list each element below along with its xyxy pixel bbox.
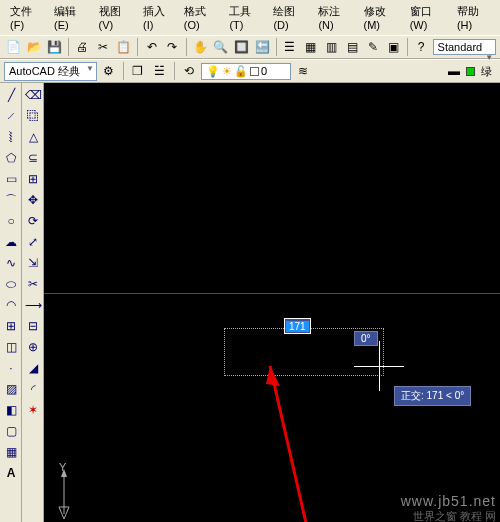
layer-match-icon[interactable]: ≋ [293,61,313,81]
layer-name: 0 [261,65,267,77]
menu-annotate[interactable]: 标注(N) [312,2,357,33]
ortho-tooltip: 正交: 171 < 0° [394,386,471,406]
chamfer-icon[interactable]: ◢ [23,358,43,378]
join-icon[interactable]: ⊕ [23,337,43,357]
red-guide-line [44,293,500,294]
stretch-icon[interactable]: ⇲ [23,253,43,273]
hatch-icon[interactable]: ▨ [1,379,21,399]
separator [407,38,408,56]
separator [174,62,175,80]
design-center-icon[interactable]: ▦ [301,37,320,57]
layer-previous-icon[interactable]: ⟲ [179,61,199,81]
draw-toolbar: ╱ ⟋ ⦚ ⬠ ▭ ⌒ ○ ☁ ∿ ⬭ ◠ ⊞ ◫ · ▨ ◧ ▢ ▦ A [0,83,22,522]
menu-insert[interactable]: 插入(I) [137,2,178,33]
markup-icon[interactable]: ✎ [363,37,382,57]
trim-icon[interactable]: ✂ [23,274,43,294]
move-icon[interactable]: ✥ [23,190,43,210]
pan-icon[interactable]: ✋ [191,37,210,57]
table-icon[interactable]: ▦ [1,442,21,462]
copy-icon[interactable]: 📋 [115,37,134,57]
tool-palette-icon[interactable]: ▥ [322,37,341,57]
annotation-style-combo[interactable]: Standard [433,39,497,55]
point-icon[interactable]: · [1,358,21,378]
calc-icon[interactable]: ▣ [384,37,403,57]
bylayer-icon[interactable]: ▬ [444,61,464,81]
zoom-prev-icon[interactable]: 🔙 [253,37,272,57]
revision-cloud-icon[interactable]: ☁ [1,232,21,252]
polyline-icon[interactable]: ⦚ [1,127,21,147]
menu-draw[interactable]: 绘图(D) [267,2,312,33]
watermark-text: 世界之窗 教程 网 [401,510,496,522]
ellipse-icon[interactable]: ⬭ [1,274,21,294]
layer-freeze-icon: ☀ [222,65,232,78]
insert-block-icon[interactable]: ⊞ [1,316,21,336]
menu-help[interactable]: 帮助(H) [451,2,496,33]
properties-icon[interactable]: ☰ [281,37,300,57]
watermark: www.jb51.net 世界之窗 教程 网 [401,493,496,522]
crosshair-v [379,341,380,391]
open-icon[interactable]: 📂 [25,37,44,57]
mtext-icon[interactable]: A [1,463,21,483]
explode-icon[interactable]: ✶ [23,400,43,420]
ucs-icon: Y [49,469,79,522]
mirror-icon[interactable]: △ [23,127,43,147]
zoom-window-icon[interactable]: 🔲 [232,37,251,57]
construction-line-icon[interactable]: ⟋ [1,106,21,126]
spline-icon[interactable]: ∿ [1,253,21,273]
offset-icon[interactable]: ⊆ [23,148,43,168]
svg-line-0 [270,366,306,522]
sheet-set-icon[interactable]: ▤ [343,37,362,57]
cut-icon[interactable]: ✂ [94,37,113,57]
separator [137,38,138,56]
scale-icon[interactable]: ⤢ [23,232,43,252]
layer-combo[interactable]: 💡 ☀ 🔓 0 [201,63,291,80]
make-block-icon[interactable]: ◫ [1,337,21,357]
array-icon[interactable]: ⊞ [23,169,43,189]
layer-on-icon: 💡 [206,65,220,78]
copy-object-icon[interactable]: ⿻ [23,106,43,126]
color-swatch-icon [466,67,475,76]
menu-window[interactable]: 窗口(W) [404,2,451,33]
workspace-settings-icon[interactable]: ⚙ [99,61,119,81]
dynamic-length-input[interactable]: 171 [284,318,311,334]
layer-states-icon[interactable]: ☱ [150,61,170,81]
line-icon[interactable]: ╱ [1,85,21,105]
workspace-combo[interactable]: AutoCAD 经典 [4,62,97,81]
dynamic-angle-input[interactable]: 0° [354,331,378,346]
extend-icon[interactable]: ⟶ [23,295,43,315]
color-label[interactable]: 绿 [477,64,496,79]
menu-file[interactable]: 文件(F) [4,2,48,33]
save-icon[interactable]: 💾 [45,37,64,57]
separator [276,38,277,56]
rotate-icon[interactable]: ⟳ [23,211,43,231]
new-icon[interactable]: 📄 [4,37,23,57]
arc-icon[interactable]: ⌒ [1,190,21,210]
menu-bar: 文件(F) 编辑(E) 视图(V) 插入(I) 格式(O) 工具(T) 绘图(D… [0,0,500,35]
fillet-icon[interactable]: ◜ [23,379,43,399]
redo-icon[interactable]: ↷ [163,37,182,57]
drawing-canvas[interactable]: 171 0° 正交: 171 < 0° Y www.jb51.net 世界之窗 … [44,83,500,522]
separator [123,62,124,80]
menu-format[interactable]: 格式(O) [178,2,224,33]
rectangle-icon[interactable]: ▭ [1,169,21,189]
circle-icon[interactable]: ○ [1,211,21,231]
zoom-icon[interactable]: 🔍 [211,37,230,57]
menu-view[interactable]: 视图(V) [93,2,138,33]
polygon-icon[interactable]: ⬠ [1,148,21,168]
ellipse-arc-icon[interactable]: ◠ [1,295,21,315]
separator [186,38,187,56]
annotation-arrow [246,358,326,522]
menu-tools[interactable]: 工具(T) [223,2,267,33]
watermark-url: www.jb51.net [401,493,496,510]
break-icon[interactable]: ⊟ [23,316,43,336]
help-icon[interactable]: ? [412,37,431,57]
layer-manager-icon[interactable]: ❐ [128,61,148,81]
gradient-icon[interactable]: ◧ [1,400,21,420]
plot-icon[interactable]: 🖨 [73,37,92,57]
standard-toolbar: 📄 📂 💾 🖨 ✂ 📋 ↶ ↷ ✋ 🔍 🔲 🔙 ☰ ▦ ▥ ▤ ✎ ▣ ? St… [0,35,500,59]
undo-icon[interactable]: ↶ [142,37,161,57]
erase-icon[interactable]: ⌫ [23,85,43,105]
region-icon[interactable]: ▢ [1,421,21,441]
menu-modify[interactable]: 修改(M) [358,2,404,33]
menu-edit[interactable]: 编辑(E) [48,2,93,33]
